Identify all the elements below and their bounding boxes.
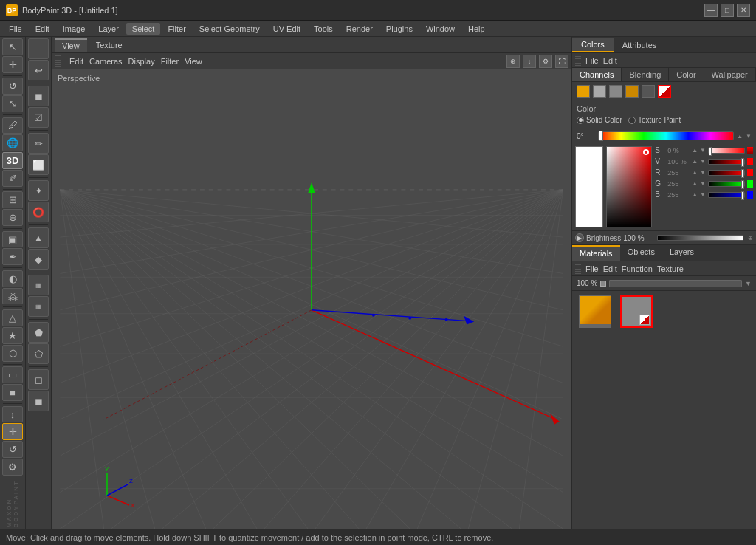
s-arrows-down[interactable]: ▼ (700, 147, 706, 154)
channel-c[interactable] (593, 85, 606, 98)
attributes-tab[interactable]: Attributes (614, 38, 665, 52)
tool-zoom-in[interactable]: ⊕ (2, 209, 23, 226)
vp-btn-fullscreen[interactable]: ⛶ (555, 55, 568, 68)
colors-tab[interactable]: Colors (572, 38, 614, 52)
s-arrows-up[interactable]: ▲ (692, 147, 698, 154)
v-track[interactable] (708, 159, 745, 165)
tool-gear[interactable]: ⚙ (2, 459, 23, 476)
mat-tab-materials[interactable]: Materials (572, 245, 620, 261)
tool-fill2[interactable]: ■ (2, 384, 23, 401)
menu-layer[interactable]: Layer (92, 23, 125, 35)
menu-edit[interactable]: Edit (30, 23, 55, 35)
r-track[interactable] (708, 170, 745, 176)
b-track[interactable] (708, 192, 745, 198)
menu-file[interactable]: File (3, 23, 28, 35)
tool-brush[interactable]: 🖊 (2, 117, 23, 134)
channel-swatch-rw[interactable] (658, 85, 671, 98)
mat-menu-edit[interactable]: Edit (603, 264, 617, 273)
s-track[interactable] (708, 148, 745, 154)
mat-bar[interactable] (609, 280, 742, 287)
r-arrows-down[interactable]: ▼ (700, 169, 706, 176)
g-arrows-up[interactable]: ▲ (692, 180, 698, 187)
vp-menu-edit[interactable]: Edit (69, 57, 83, 66)
tool2-lasso[interactable]: ⭕ (28, 202, 49, 222)
mat-tab-objects[interactable]: Objects (620, 245, 662, 261)
v-arrows-down[interactable]: ▼ (700, 158, 706, 165)
hue-track[interactable] (598, 131, 734, 140)
menu-uv-edit[interactable]: UV Edit (267, 23, 306, 35)
mat-thumb-1[interactable] (579, 295, 611, 328)
brightness-arrows[interactable]: ⊕ (748, 235, 753, 241)
hue-arrows-up[interactable]: ▲ (737, 133, 743, 140)
tool2-pen[interactable]: ✏ (28, 133, 49, 154)
tool-eyedropper[interactable]: ✒ (2, 248, 23, 265)
tool2-a1[interactable]: ▲ (28, 227, 49, 248)
tool2-sel1[interactable]: ◻ (28, 369, 49, 390)
tool-shape1[interactable]: △ (2, 309, 23, 326)
tool-arrow-up[interactable]: ↕ (2, 406, 23, 423)
tool2-lasso3[interactable]: ⬠ (28, 343, 49, 364)
tool-rect[interactable]: ▭ (2, 366, 23, 383)
tab-texture[interactable]: Texture (89, 39, 130, 51)
colors-menu-edit[interactable]: Edit (603, 56, 617, 65)
sub-tab-channels[interactable]: Channels (572, 68, 622, 81)
vp-menu-filter[interactable]: Filter (161, 57, 179, 66)
menu-render[interactable]: Render (340, 23, 379, 35)
b-thumb[interactable] (741, 191, 744, 200)
v-thumb[interactable] (741, 158, 744, 167)
sub-tab-wallpaper[interactable]: Wallpaper (704, 68, 756, 81)
r-arrows-up[interactable]: ▲ (692, 169, 698, 176)
r-thumb[interactable] (741, 169, 744, 178)
radio-texture[interactable]: Texture Paint (628, 116, 681, 124)
tool-rotate[interactable]: ↺ (2, 78, 23, 95)
tool2-undo[interactable]: ↩ (28, 60, 49, 80)
tool-star[interactable]: ★ (2, 327, 23, 344)
colors-menu-file[interactable]: File (585, 56, 599, 65)
channel-swatch-1[interactable] (577, 85, 590, 98)
tool2-sel2[interactable]: ◼ (28, 391, 49, 411)
b-arrows-up[interactable]: ▲ (692, 191, 698, 198)
tool-clone[interactable]: ⊞ (2, 191, 23, 208)
vp-btn-down[interactable]: ↓ (523, 55, 536, 68)
menu-help[interactable]: Help (462, 23, 491, 35)
channel-swatch-2[interactable] (625, 85, 639, 98)
tool-hex[interactable]: ⬡ (2, 345, 23, 362)
g-arrows-down[interactable]: ▼ (700, 180, 706, 187)
s-thumb[interactable] (709, 147, 712, 156)
g-track[interactable] (708, 181, 745, 187)
tool2-magic[interactable]: ✦ (28, 180, 49, 201)
menu-plugins[interactable]: Plugins (380, 23, 419, 35)
menu-select-geometry[interactable]: Select Geometry (193, 23, 266, 35)
tab-view[interactable]: View (55, 38, 87, 52)
brightness-toggle[interactable]: ▶ (575, 233, 584, 242)
b-arrows-down[interactable]: ▼ (700, 191, 706, 198)
viewport-3d[interactable]: Perspective (52, 69, 571, 529)
tool-gradient[interactable]: ◐ (2, 270, 23, 287)
v-arrows-up[interactable]: ▲ (692, 158, 698, 165)
tool2-solid[interactable]: ◼ (28, 86, 49, 106)
tool-spin[interactable]: ↺ (2, 441, 23, 458)
mat-percent-btn[interactable] (600, 281, 606, 287)
vp-menu-cameras[interactable]: Cameras (89, 57, 123, 66)
menu-tools[interactable]: Tools (308, 23, 339, 35)
sub-tab-color[interactable]: Color (669, 68, 704, 81)
hue-bar-container[interactable] (598, 131, 734, 140)
mat-item-2[interactable] (618, 295, 655, 524)
mat-menu-texture[interactable]: Texture (657, 264, 684, 273)
tool2-lasso2[interactable]: ⬟ (28, 322, 49, 343)
close-button[interactable]: ✕ (737, 4, 750, 17)
tool2-grid2[interactable]: ▦ (28, 296, 49, 317)
vp-menu-view[interactable]: View (185, 57, 202, 66)
mat-thumb-2[interactable] (620, 295, 653, 328)
mat-dropdown[interactable]: ▼ (745, 280, 752, 287)
g-thumb[interactable] (741, 180, 744, 189)
minimize-button[interactable]: — (704, 4, 718, 17)
tool-3d[interactable]: 3D (2, 152, 23, 169)
menu-image[interactable]: Image (57, 23, 92, 35)
mat-menu-function[interactable]: Function (622, 264, 653, 273)
mat-tab-layers[interactable]: Layers (662, 245, 701, 261)
mat-menu-file[interactable]: File (585, 264, 599, 273)
channel-swatch-3[interactable] (642, 85, 655, 98)
tool2-erase[interactable]: ⬜ (28, 154, 49, 175)
menu-select[interactable]: Select (126, 23, 161, 35)
